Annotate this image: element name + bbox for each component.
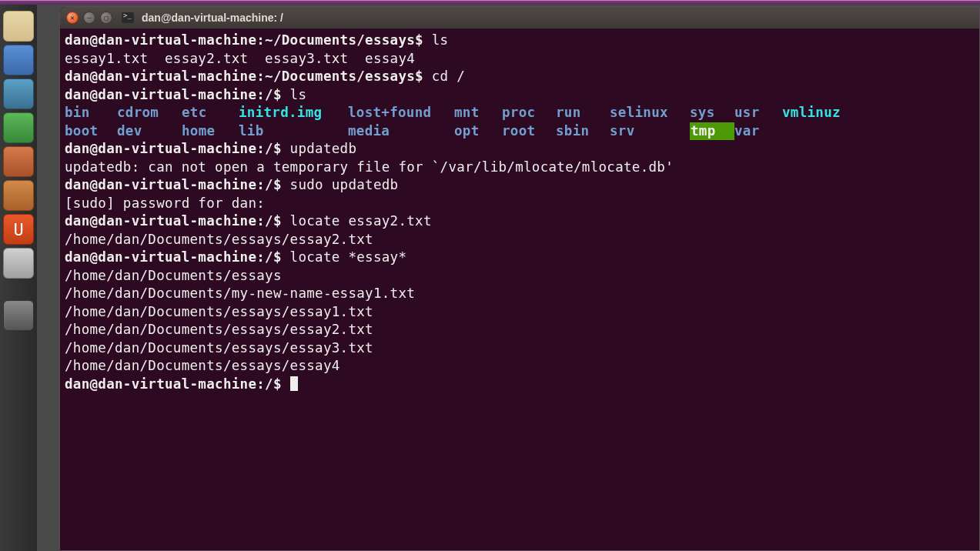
prompt: dan@dan-virtual-machine:~/Documents/essa…	[65, 32, 423, 48]
terminal-app-icon	[122, 12, 134, 23]
output-line: /home/dan/Documents/essays/essay2.txt	[65, 231, 975, 249]
ls-entry: tmp	[690, 122, 734, 141]
command-text: locate essay2.txt	[282, 213, 432, 229]
terminal-output[interactable]: dan@dan-virtual-machine:~/Documents/essa…	[60, 28, 979, 396]
ls-entry: etc	[182, 104, 239, 122]
output-line: /home/dan/Documents/my-new-name-essay1.t…	[65, 285, 975, 303]
ls-entry: usr	[734, 104, 782, 122]
command-text: sudo updatedb	[282, 177, 399, 192]
maximize-icon[interactable]: ▢	[100, 12, 112, 24]
close-icon[interactable]: ✕	[66, 12, 79, 24]
writer-icon[interactable]	[3, 78, 34, 109]
ls-entry: home	[182, 122, 239, 141]
ls-entry: lib	[239, 122, 348, 141]
ls-entry: media	[348, 122, 454, 141]
ls-entry: proc	[502, 104, 556, 122]
output-line: /home/dan/Documents/essays	[65, 267, 975, 286]
impress-icon[interactable]	[3, 146, 34, 177]
ls-entry: cdrom	[117, 104, 182, 122]
ls-entry: root	[502, 122, 556, 141]
desktop-top-panel	[0, 0, 980, 5]
ls-entry: selinux	[610, 104, 690, 122]
output-line: [sudo] password for dan:	[65, 195, 975, 213]
ls-entry: sys	[690, 104, 734, 122]
ls-entry: mnt	[454, 104, 502, 122]
ls-entry: dev	[117, 122, 182, 141]
ls-entry	[782, 122, 975, 141]
calc-icon[interactable]	[3, 112, 34, 143]
ubuntu-icon[interactable]: U	[3, 214, 34, 245]
prompt: dan@dan-virtual-machine:/$	[65, 249, 282, 265]
command-text: updatedb	[282, 141, 357, 156]
trash-icon[interactable]	[3, 300, 34, 331]
ls-entry: opt	[454, 122, 502, 141]
ls-entry: vmlinuz	[782, 104, 975, 122]
ls-entry: sbin	[556, 122, 610, 141]
prompt: dan@dan-virtual-machine:/$	[65, 177, 282, 192]
ls-entry: bin	[65, 104, 117, 122]
prompt: dan@dan-virtual-machine:/$	[65, 213, 282, 229]
ls-entry: initrd.img	[239, 104, 348, 122]
firefox-icon[interactable]	[3, 45, 34, 75]
ls-entry: srv	[610, 122, 690, 141]
prompt: dan@dan-virtual-machine:/$	[65, 141, 282, 156]
prompt: dan@dan-virtual-machine:/$	[65, 376, 282, 392]
terminal-window: ✕ – ▢ dan@dan-virtual-machine: / dan@dan…	[59, 6, 980, 551]
ls-entry: run	[556, 104, 610, 122]
output-line: essay1.txt essay2.txt essay3.txt essay4	[65, 50, 975, 68]
ls-entry: boot	[65, 122, 117, 141]
window-titlebar[interactable]: ✕ – ▢ dan@dan-virtual-machine: /	[60, 7, 979, 28]
command-text: cd /	[423, 68, 465, 84]
unity-launcher: U	[0, 5, 37, 551]
prompt: dan@dan-virtual-machine:/$	[65, 87, 282, 102]
minimize-icon[interactable]: –	[83, 12, 95, 24]
prompt: dan@dan-virtual-machine:~/Documents/essa…	[65, 68, 423, 84]
settings-icon[interactable]	[3, 248, 34, 279]
cursor	[290, 376, 298, 391]
command-text: ls	[423, 32, 449, 48]
software-icon[interactable]	[3, 180, 34, 211]
ls-entry: lost+found	[348, 104, 454, 122]
command-text: ls	[282, 87, 307, 102]
output-line: updatedb: can not open a temporary file …	[65, 159, 975, 177]
files-icon[interactable]	[3, 11, 34, 42]
output-line: /home/dan/Documents/essays/essay3.txt	[65, 339, 975, 358]
output-line: /home/dan/Documents/essays/essay4	[65, 357, 975, 376]
command-text: locate *essay*	[282, 249, 407, 265]
output-line: /home/dan/Documents/essays/essay1.txt	[65, 303, 975, 322]
output-line: /home/dan/Documents/essays/essay2.txt	[65, 321, 975, 339]
ls-entry: var	[734, 122, 782, 141]
window-title: dan@dan-virtual-machine: /	[142, 12, 283, 24]
